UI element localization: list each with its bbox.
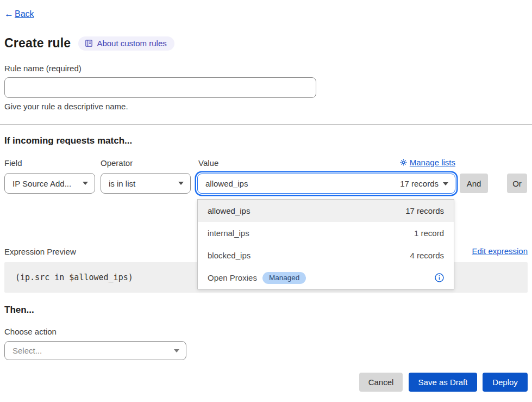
chevron-down-icon: [443, 182, 448, 185]
list-name: blocked_ips: [208, 251, 251, 260]
dropdown-option-blocked-ips[interactable]: blocked_ips 4 records: [198, 244, 454, 267]
rule-name-input[interactable]: [4, 77, 316, 98]
gear-icon: [400, 159, 407, 166]
dropdown-option-internal-ips[interactable]: internal_ips 1 record: [198, 222, 454, 244]
list-name: internal_ips: [208, 228, 249, 238]
back-link-label: Back: [15, 9, 34, 19]
and-button[interactable]: And: [460, 174, 488, 193]
book-icon: [85, 39, 93, 47]
manage-lists-link[interactable]: Manage lists: [400, 158, 455, 167]
action-select-placeholder: Select...: [12, 346, 42, 355]
edit-expression-link[interactable]: Edit expression: [472, 246, 528, 256]
record-count: 1 record: [414, 228, 444, 238]
or-button[interactable]: Or: [507, 174, 527, 193]
create-rule-page: ← Back Create rule About custom rules Ru…: [0, 0, 532, 402]
managed-badge: Managed: [262, 272, 306, 284]
value-select-value: allowed_ips: [205, 179, 248, 188]
value-select[interactable]: allowed_ips 17 records: [197, 174, 455, 194]
operator-select-value: is in list: [109, 179, 135, 188]
save-as-draft-button[interactable]: Save as Draft: [409, 373, 477, 392]
record-count: 4 records: [410, 251, 444, 260]
dropdown-option-allowed-ips[interactable]: allowed_ips 17 records: [198, 200, 454, 222]
expression-preview-label: Expression Preview: [4, 247, 76, 256]
field-select[interactable]: IP Source Add...: [4, 173, 95, 194]
rule-name-helper: Give your rule a descriptive name.: [4, 102, 128, 111]
section-divider: [0, 124, 532, 125]
then-section-heading: Then...: [4, 305, 34, 316]
action-select[interactable]: Select...: [4, 341, 186, 360]
expression-code: (ip.src in $allowed_ips): [15, 273, 133, 282]
value-dropdown-panel: allowed_ips 17 records internal_ips 1 re…: [197, 199, 454, 289]
back-arrow-icon: ←: [4, 9, 14, 20]
operator-label: Operator: [101, 158, 133, 168]
field-label: Field: [4, 158, 22, 168]
list-name: allowed_ips: [208, 206, 250, 215]
value-label: Value: [198, 158, 218, 168]
about-custom-rules-link[interactable]: About custom rules: [78, 36, 174, 51]
list-name: Open Proxies: [208, 273, 257, 282]
back-link[interactable]: ← Back: [4, 9, 34, 20]
chevron-down-icon: [83, 182, 88, 185]
chevron-down-icon: [174, 349, 179, 352]
dropdown-option-open-proxies[interactable]: Open Proxies Managed: [198, 267, 454, 289]
about-badge-label: About custom rules: [97, 39, 166, 48]
choose-action-label: Choose action: [4, 327, 57, 336]
cancel-button[interactable]: Cancel: [359, 373, 403, 392]
title-row: Create rule About custom rules: [4, 36, 174, 51]
record-count: 17 records: [405, 206, 444, 215]
rule-name-label: Rule name (required): [4, 64, 82, 73]
value-select-record-count: 17 records: [400, 179, 439, 188]
info-icon[interactable]: [435, 273, 444, 282]
manage-lists-label: Manage lists: [410, 158, 455, 167]
field-select-value: IP Source Add...: [12, 179, 71, 188]
page-title: Create rule: [4, 36, 71, 51]
match-section-heading: If incoming requests match...: [4, 135, 132, 146]
deploy-button[interactable]: Deploy: [483, 373, 528, 392]
operator-select[interactable]: is in list: [101, 173, 191, 194]
chevron-down-icon: [178, 182, 184, 185]
